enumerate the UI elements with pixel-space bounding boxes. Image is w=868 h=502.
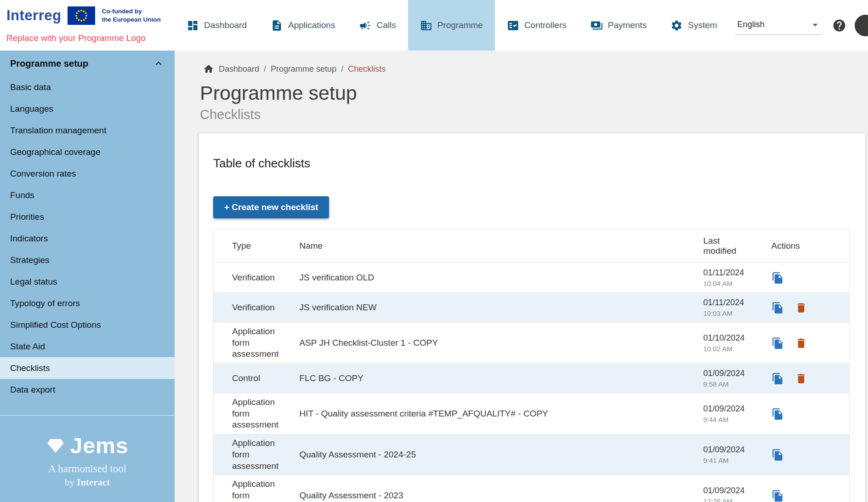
delete-checklist-button[interactable]	[795, 302, 807, 314]
avatar[interactable]	[855, 15, 868, 36]
copy-checklist-button[interactable]	[772, 408, 784, 420]
sidebar-item-data-export[interactable]: Data export	[0, 379, 175, 400]
gem-icon	[46, 437, 65, 455]
copy-checklist-button[interactable]	[772, 272, 784, 284]
cell-last-modified: 01/09/2024 9:58 AM	[698, 364, 758, 394]
sidebar-item-indicators[interactable]: Indicators	[0, 228, 175, 249]
nav-item-applications[interactable]: Applications	[259, 0, 347, 51]
table-body: Verification JS verification OLD 01/11/2…	[214, 263, 850, 502]
app-root: Interreg Co-funded by the Europe	[0, 0, 868, 502]
column-header-actions: Actions	[758, 229, 850, 263]
cell-type: Application form assessment	[214, 323, 294, 364]
last-modified-time: 9:58 AM	[703, 380, 752, 389]
copy-icon	[772, 449, 784, 461]
cell-actions	[758, 323, 850, 364]
cell-last-modified: 01/09/2024 9:41 AM	[698, 434, 758, 475]
last-modified-time: 12:25 AM	[703, 497, 752, 502]
last-modified-date: 01/11/2024	[703, 268, 752, 278]
last-modified-date: 01/10/2024	[703, 333, 752, 343]
nav-item-controllers[interactable]: Controllers	[495, 0, 579, 51]
programme-icon	[420, 19, 432, 32]
delete-checklist-button[interactable]	[795, 372, 807, 385]
jems-tagline: A harmonised tool	[9, 463, 165, 475]
cell-type: Application form assessment	[214, 394, 294, 434]
nav-item-dashboard[interactable]: Dashboard	[175, 0, 259, 51]
delete-icon	[795, 337, 807, 349]
sidebar-item-state-aid[interactable]: State Aid	[0, 336, 175, 357]
table-row: Application form assessment Quality Asse…	[214, 434, 850, 475]
table-row: Control FLC BG - COPY 01/09/2024 9:58 AM	[214, 364, 850, 394]
sidebar-item-geographical-coverage[interactable]: Geographical coverage	[0, 141, 175, 163]
jems-logo-text: Jems	[70, 433, 129, 458]
main-content: Dashboard/Programme setup/Checklists Pro…	[175, 51, 868, 502]
checklists-card: Table of checklists + Create new checkli…	[199, 133, 865, 502]
sidebar-item-basic-data[interactable]: Basic data	[0, 76, 175, 98]
page-title: Programme setup	[200, 82, 868, 104]
copy-checklist-button[interactable]	[772, 337, 784, 349]
table-row: Verification JS verification OLD 01/11/2…	[214, 263, 850, 293]
copy-icon	[772, 408, 784, 420]
delete-icon	[795, 372, 807, 385]
nav-item-calls[interactable]: Calls	[347, 0, 408, 51]
sidebar-item-translation-management[interactable]: Translation management	[0, 120, 175, 141]
last-modified-date: 01/11/2024	[703, 297, 752, 308]
breadcrumb-item-programme-setup[interactable]: Programme setup	[271, 64, 336, 74]
create-checklist-button[interactable]: + Create new checklist	[213, 196, 329, 218]
copy-icon	[772, 302, 784, 314]
nav-item-payments[interactable]: Payments	[579, 0, 658, 51]
copy-checklist-button[interactable]	[772, 372, 784, 385]
sidebar-item-priorities[interactable]: Priorities	[0, 206, 175, 228]
sidebar-section-header[interactable]: Programme setup	[0, 51, 175, 76]
cell-actions	[758, 475, 850, 502]
cell-actions	[758, 434, 850, 475]
cell-type: Application form assessment	[214, 475, 294, 502]
sidebar-item-languages[interactable]: Languages	[0, 98, 175, 120]
last-modified-date: 01/09/2024	[703, 485, 752, 496]
language-value: English	[738, 20, 765, 29]
page-subtitle: Checklists	[200, 107, 868, 122]
top-bar: Interreg Co-funded by the Europe	[0, 0, 868, 51]
cell-name: ASP JH Checklist-Cluster 1 - COPY	[294, 323, 698, 364]
copy-checklist-button[interactable]	[772, 302, 784, 314]
system-icon	[670, 19, 683, 32]
sidebar-item-legal-status[interactable]: Legal status	[0, 271, 175, 292]
cell-name: JS verification NEW	[294, 293, 698, 323]
cell-type: Verification	[214, 293, 294, 323]
delete-checklist-button[interactable]	[795, 337, 807, 349]
copy-checklist-button[interactable]	[772, 490, 784, 502]
last-modified-time: 10:03 AM	[703, 309, 752, 318]
copy-icon	[772, 490, 784, 502]
cell-name: JS verification OLD	[294, 263, 698, 293]
sidebar-item-checklists[interactable]: Checklists	[0, 357, 175, 379]
table-row: Verification JS verification NEW 01/11/2…	[214, 293, 850, 323]
jems-byline: by Interact	[9, 477, 165, 488]
cell-type: Application form assessment	[214, 434, 294, 475]
caret-down-icon	[809, 19, 821, 31]
copy-checklist-button[interactable]	[772, 449, 784, 461]
language-select[interactable]: English	[735, 16, 822, 35]
sidebar-item-simplified-cost-options[interactable]: Simplified Cost Options	[0, 314, 175, 336]
table-row: Application form assessment ASP JH Check…	[214, 323, 850, 364]
eu-flag-icon	[68, 6, 95, 25]
cell-name: FLC BG - COPY	[294, 364, 698, 394]
delete-icon	[795, 302, 807, 314]
sidebar-item-strategies[interactable]: Strategies	[0, 249, 175, 271]
nav-item-programme[interactable]: Programme	[408, 0, 495, 51]
chevron-up-icon	[153, 57, 165, 69]
sidebar-item-conversion-rates[interactable]: Conversion rates	[0, 163, 175, 184]
cell-last-modified: 01/11/2024 10:04 AM	[698, 263, 758, 293]
sidebar-item-typology-of-errors[interactable]: Typology of errors	[0, 292, 175, 314]
help-button[interactable]	[832, 18, 846, 33]
last-modified-date: 01/09/2024	[703, 404, 752, 414]
cell-name: HIT - Quality assessment criteria #TEMP_…	[294, 394, 698, 434]
logo-placeholder-text: Replace with your Programme Logo	[6, 33, 175, 43]
breadcrumb-item-dashboard[interactable]: Dashboard	[219, 64, 259, 74]
nav-item-system[interactable]: System	[658, 0, 729, 51]
checklists-table: Type Name Last modified Actions Verifica…	[213, 229, 850, 502]
last-modified-date: 01/09/2024	[703, 368, 752, 379]
cell-actions	[758, 394, 850, 434]
calls-icon	[359, 19, 371, 32]
sidebar-item-funds[interactable]: Funds	[0, 184, 175, 206]
last-modified-time: 9:44 AM	[703, 415, 752, 424]
home-icon[interactable]	[203, 63, 214, 74]
